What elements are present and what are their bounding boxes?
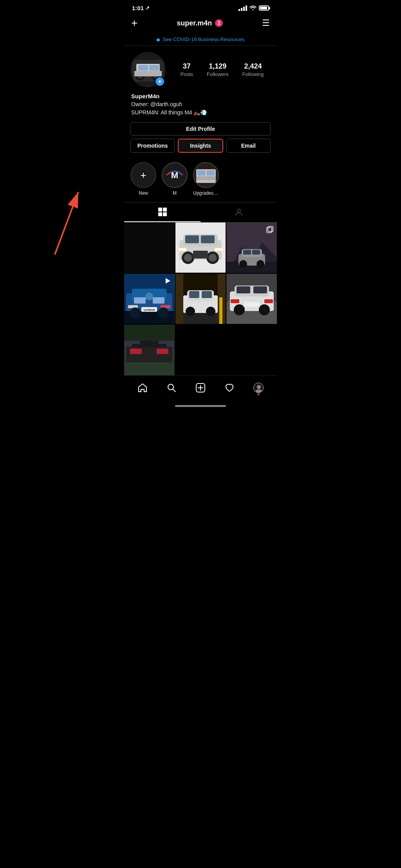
svg-rect-8 — [149, 65, 159, 71]
svg-rect-17 — [158, 208, 162, 212]
home-indicator — [124, 398, 277, 410]
covid-banner[interactable]: See COVID-19 Business Resources — [124, 33, 277, 46]
svg-rect-79 — [231, 299, 239, 303]
tab-grid[interactable] — [124, 203, 200, 222]
new-story-label: New — [139, 190, 148, 196]
svg-point-98 — [257, 385, 261, 389]
add-story-button[interactable]: + — [155, 76, 165, 87]
profile-section: + 37 Posts 1,129 Followers 2,424 Followi… — [124, 46, 277, 153]
svg-rect-18 — [163, 208, 167, 212]
svg-rect-77 — [237, 286, 250, 293]
svg-rect-31 — [193, 251, 208, 259]
grid-cell-1[interactable] — [124, 222, 175, 273]
story-m-circle: M — [162, 162, 188, 188]
home-bar — [175, 405, 226, 407]
signal-bars — [238, 5, 247, 11]
svg-rect-88 — [130, 349, 142, 354]
tab-tagged[interactable] — [200, 203, 277, 222]
followers-label: Followers — [207, 71, 229, 77]
email-button[interactable]: Email — [226, 139, 271, 153]
svg-point-57 — [158, 307, 169, 318]
grid-cell-3[interactable] — [226, 222, 277, 273]
story-upgrades-label: Upgrades 🔥 — [193, 190, 219, 196]
activity-nav-button[interactable] — [222, 380, 237, 395]
new-post-button[interactable]: + — [131, 17, 137, 29]
grid-cell-4[interactable]: SUPRM4N — [124, 274, 175, 324]
svg-rect-7 — [138, 65, 148, 71]
promotions-button[interactable]: Promotions — [130, 139, 175, 153]
svg-rect-26 — [201, 235, 215, 243]
svg-rect-32 — [179, 248, 186, 251]
story-m-label: M — [173, 190, 177, 196]
svg-rect-45 — [267, 228, 272, 233]
following-count: 2,424 — [242, 62, 264, 71]
bottom-nav — [124, 375, 277, 398]
svg-line-93 — [173, 389, 175, 392]
posts-label: Posts — [180, 71, 193, 77]
profile-active-dot — [258, 393, 260, 395]
svg-point-71 — [206, 307, 215, 316]
wifi-icon — [249, 5, 256, 11]
battery-icon — [259, 5, 269, 11]
location-icon: ↗ — [145, 5, 150, 11]
menu-button[interactable]: ☰ — [262, 19, 270, 27]
status-icons — [238, 5, 269, 11]
profile-bio: SuperM4n Owner: @darth.oguh SUPRM4N: All… — [130, 93, 271, 122]
new-story-item[interactable]: + New — [130, 162, 156, 196]
svg-rect-20 — [163, 212, 167, 216]
status-bar: 1:01 ↗ — [124, 0, 277, 14]
covid-dot — [157, 38, 160, 42]
edit-profile-container: Edit Profile — [130, 122, 271, 136]
notification-badge[interactable]: 2 — [215, 19, 223, 27]
bio-line2: SUPRM4N: All things M4 🏍️💨 — [131, 108, 270, 117]
svg-point-44 — [256, 260, 264, 268]
status-time: 1:01 — [132, 5, 144, 11]
svg-point-82 — [259, 304, 270, 315]
svg-rect-19 — [158, 212, 162, 216]
svg-rect-25 — [185, 235, 199, 243]
new-story-circle: + — [130, 162, 156, 188]
profile-stats: 37 Posts 1,129 Followers 2,424 Following — [173, 62, 271, 78]
svg-rect-41 — [243, 250, 251, 255]
svg-point-54 — [145, 293, 153, 300]
svg-point-21 — [237, 209, 240, 212]
svg-point-81 — [234, 304, 245, 315]
svg-rect-42 — [252, 250, 260, 255]
svg-rect-89 — [157, 349, 168, 354]
posts-stat[interactable]: 37 Posts — [180, 62, 193, 78]
display-name: SuperM4n — [131, 93, 270, 99]
grid-cell-6[interactable] — [226, 274, 277, 324]
story-m-item[interactable]: M M — [162, 162, 188, 196]
edit-profile-button[interactable]: Edit Profile — [130, 122, 271, 136]
tab-bar — [124, 202, 277, 222]
profile-nav-button[interactable] — [251, 380, 266, 395]
search-nav-button[interactable] — [164, 380, 179, 395]
svg-rect-69 — [202, 291, 212, 298]
svg-point-28 — [184, 254, 192, 262]
username-title: super.m4n — [177, 19, 212, 27]
svg-rect-91 — [140, 341, 159, 345]
followers-stat[interactable]: 1,129 Followers — [207, 62, 229, 78]
grid-cell-5[interactable] — [175, 274, 226, 324]
svg-rect-33 — [215, 248, 222, 251]
insights-button[interactable]: Insights — [178, 139, 223, 153]
story-upgrades-item[interactable]: Upgrades 🔥 — [193, 162, 219, 196]
svg-rect-80 — [264, 299, 273, 303]
svg-rect-50 — [134, 297, 146, 304]
svg-rect-14 — [197, 170, 205, 175]
svg-rect-9 — [134, 71, 162, 76]
svg-rect-83 — [244, 302, 260, 307]
bio-line1: Owner: @darth.oguh — [131, 100, 270, 108]
home-nav-button[interactable] — [135, 380, 150, 395]
following-stat[interactable]: 2,424 Following — [242, 62, 264, 78]
covid-text: See COVID-19 Business Resources — [163, 36, 244, 42]
grid-cell-7[interactable] — [124, 325, 175, 375]
action-buttons: Promotions Insights Email — [130, 139, 271, 153]
svg-rect-51 — [153, 297, 164, 304]
create-nav-button[interactable] — [193, 380, 208, 395]
svg-rect-16 — [196, 176, 216, 180]
stories-row: + New M M Upgrades 🔥 — [124, 159, 277, 202]
svg-text:SUPRM4N: SUPRM4N — [144, 309, 155, 312]
followers-count: 1,129 — [207, 62, 229, 71]
grid-cell-2[interactable] — [175, 222, 226, 273]
